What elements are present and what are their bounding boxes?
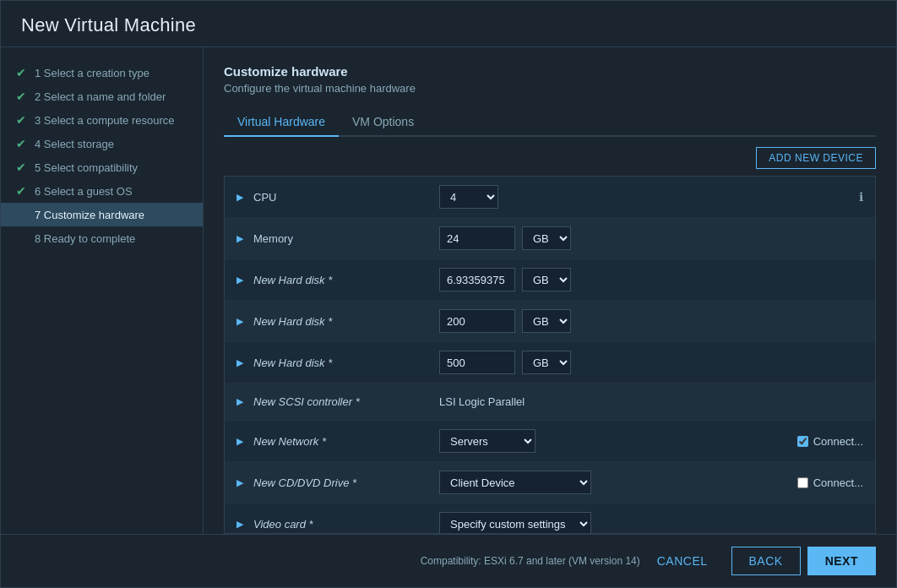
scsi-value: LSI Logic Parallel: [439, 395, 525, 408]
sidebar-item-step3[interactable]: ✔ 3 Select a compute resource: [1, 108, 203, 132]
tab-vm-options[interactable]: VM Options: [339, 108, 427, 137]
memory-input[interactable]: [439, 226, 515, 250]
hw-label-harddisk2: New Hard disk *: [253, 315, 439, 328]
sidebar-label-step8: 8 Ready to complete: [35, 232, 135, 245]
hw-label-scsi: New SCSI controller *: [253, 395, 439, 408]
main-content: Customize hardware Configure the virtual…: [204, 47, 896, 534]
sidebar-label-step7: 7 Customize hardware: [35, 209, 144, 221]
expand-memory[interactable]: ▶: [236, 233, 245, 244]
cpu-select-wrapper: 1 2 4 8 16: [439, 185, 498, 209]
new-vm-dialog: New Virtual Machine ✔ 1 Select a creatio…: [0, 0, 897, 588]
videocard-select[interactable]: Specify custom settings Auto-detect: [439, 512, 591, 534]
footer-buttons: CANCEL BACK NEXT: [640, 547, 876, 575]
sidebar-label-step3: 3 Select a compute resource: [35, 114, 174, 127]
expand-network[interactable]: ▶: [236, 436, 245, 447]
expand-harddisk1[interactable]: ▶: [236, 275, 245, 286]
info-icon-cpu[interactable]: ℹ: [859, 190, 863, 204]
network-select[interactable]: Servers VM Network Management: [439, 429, 535, 453]
hw-value-harddisk2: KB MB GB TB: [439, 309, 863, 333]
hw-row-cpu: ▶ CPU 1 2 4 8 16: [225, 177, 875, 218]
memory-unit-select[interactable]: KB MB GB TB: [522, 226, 571, 250]
sidebar-label-step4: 4 Select storage: [35, 138, 114, 150]
hw-label-harddisk3: New Hard disk *: [253, 357, 439, 369]
next-button[interactable]: NEXT: [807, 547, 876, 575]
back-button[interactable]: BACK: [731, 547, 801, 575]
harddisk1-unit-select[interactable]: KB MB GB TB: [522, 268, 571, 291]
sidebar-label-step1: 1 Select a creation type: [35, 67, 150, 79]
sidebar-item-step2[interactable]: ✔ 2 Select a name and folder: [1, 84, 203, 108]
hw-row-scsi: ▶ New SCSI controller * LSI Logic Parall…: [225, 384, 875, 421]
hw-value-network: Servers VM Network Management Connect...: [439, 429, 863, 453]
expand-harddisk3[interactable]: ▶: [236, 357, 245, 368]
hw-row-harddisk2: ▶ New Hard disk * KB MB GB TB: [225, 301, 875, 342]
hw-row-network: ▶ New Network * Servers VM Network Manag…: [225, 421, 875, 462]
tab-virtual-hardware[interactable]: Virtual Hardware: [224, 108, 339, 137]
sidebar-label-step6: 6 Select a guest OS: [35, 185, 133, 198]
sidebar-item-step8[interactable]: 8 Ready to complete: [1, 226, 203, 250]
hw-value-memory: KB MB GB TB: [439, 226, 863, 250]
hw-label-cddvd: New CD/DVD Drive *: [253, 476, 439, 489]
network-connect-checkbox[interactable]: [797, 436, 808, 447]
cddvd-connect-label[interactable]: Connect...: [813, 476, 863, 489]
harddisk3-input[interactable]: [439, 351, 515, 374]
step-number-step7: [14, 208, 28, 221]
hw-label-cpu: CPU: [253, 191, 439, 204]
expand-cddvd[interactable]: ▶: [236, 477, 245, 488]
sidebar: ✔ 1 Select a creation type ✔ 2 Select a …: [1, 47, 204, 534]
section-title: Customize hardware: [224, 64, 876, 79]
step-number-step8: [14, 231, 28, 245]
check-icon-step6: ✔: [14, 184, 28, 198]
hw-row-harddisk3: ▶ New Hard disk * KB MB GB TB: [225, 342, 875, 384]
hardware-content: ADD NEW DEVICE ▶ CPU 1 2 4: [224, 147, 876, 534]
sidebar-item-step7[interactable]: 7 Customize hardware: [1, 203, 203, 226]
check-icon-step2: ✔: [14, 90, 28, 103]
expand-scsi[interactable]: ▶: [236, 396, 245, 407]
hw-row-harddisk1: ▶ New Hard disk * KB MB GB TB: [225, 259, 875, 301]
cancel-button[interactable]: CANCEL: [640, 547, 725, 575]
hardware-table: ▶ CPU 1 2 4 8 16: [224, 176, 876, 534]
hw-value-cpu: 1 2 4 8 16 ℹ: [439, 185, 863, 209]
expand-videocard[interactable]: ▶: [236, 519, 245, 530]
dialog-footer: Compatibility: ESXi 6.7 and later (VM ve…: [1, 534, 896, 587]
expand-harddisk2[interactable]: ▶: [236, 316, 245, 327]
harddisk2-input[interactable]: [439, 309, 515, 333]
harddisk1-input[interactable]: [439, 268, 515, 291]
cddvd-connect-checkbox[interactable]: [797, 477, 808, 488]
cddvd-connect-wrapper: Connect...: [797, 476, 863, 489]
network-connect-wrapper: Connect...: [797, 435, 863, 448]
hw-label-network: New Network *: [253, 435, 439, 448]
add-new-device-button[interactable]: ADD NEW DEVICE: [756, 147, 876, 169]
dialog-header: New Virtual Machine: [1, 1, 896, 47]
cddvd-select[interactable]: Client Device Datastore ISO File Host De…: [439, 471, 591, 494]
sidebar-item-step6[interactable]: ✔ 6 Select a guest OS: [1, 179, 203, 203]
section-subtitle: Configure the virtual machine hardware: [224, 82, 876, 95]
check-icon-step4: ✔: [14, 137, 28, 150]
hw-row-cddvd: ▶ New CD/DVD Drive * Client Device Datas…: [225, 462, 875, 504]
hw-label-videocard: Video card *: [253, 518, 439, 531]
sidebar-label-step5: 5 Select compatibility: [35, 161, 138, 174]
sidebar-label-step2: 2 Select a name and folder: [35, 90, 166, 103]
hw-row-memory: ▶ Memory KB MB GB TB: [225, 218, 875, 259]
tab-bar: Virtual Hardware VM Options: [224, 108, 876, 137]
dialog-body: ✔ 1 Select a creation type ✔ 2 Select a …: [1, 47, 896, 534]
harddisk2-unit-select[interactable]: KB MB GB TB: [522, 309, 571, 333]
hw-value-harddisk1: KB MB GB TB: [439, 268, 863, 291]
sidebar-item-step4[interactable]: ✔ 4 Select storage: [1, 132, 203, 155]
cpu-select[interactable]: 1 2 4 8 16: [439, 185, 498, 209]
check-icon-step5: ✔: [14, 161, 28, 174]
sidebar-item-step1[interactable]: ✔ 1 Select a creation type: [1, 61, 203, 84]
hw-value-cddvd: Client Device Datastore ISO File Host De…: [439, 471, 863, 494]
hw-value-scsi: LSI Logic Parallel: [439, 395, 863, 408]
check-icon-step1: ✔: [14, 66, 28, 79]
table-header-row: ADD NEW DEVICE: [224, 147, 876, 169]
hw-label-memory: Memory: [253, 232, 439, 245]
hw-value-videocard: Specify custom settings Auto-detect: [439, 512, 863, 534]
network-connect-label[interactable]: Connect...: [813, 435, 863, 448]
hw-label-harddisk1: New Hard disk *: [253, 274, 439, 286]
hw-value-harddisk3: KB MB GB TB: [439, 351, 863, 374]
harddisk3-unit-select[interactable]: KB MB GB TB: [522, 351, 571, 374]
expand-cpu[interactable]: ▶: [236, 192, 245, 203]
sidebar-item-step5[interactable]: ✔ 5 Select compatibility: [1, 155, 203, 179]
check-icon-step3: ✔: [14, 113, 28, 127]
dialog-title: New Virtual Machine: [21, 14, 876, 36]
